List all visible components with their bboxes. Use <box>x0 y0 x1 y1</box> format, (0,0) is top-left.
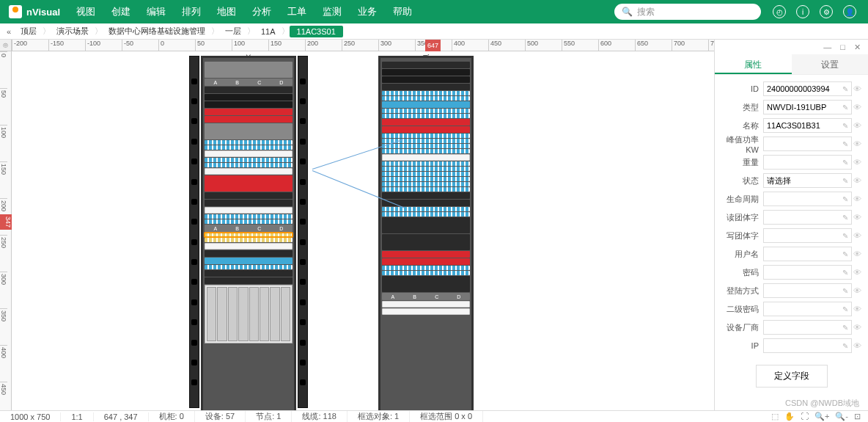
rack-unit[interactable] <box>382 69 470 76</box>
edit-icon[interactable]: ✎ <box>842 85 848 93</box>
visibility-icon[interactable]: 👁 <box>852 268 862 277</box>
edit-icon[interactable]: ✎ <box>842 140 848 148</box>
visibility-icon[interactable]: 👁 <box>852 121 862 130</box>
rack-unit[interactable] <box>205 219 293 224</box>
rack-unit[interactable] <box>205 258 293 264</box>
rack-unit[interactable] <box>205 265 293 269</box>
edit-icon[interactable]: ✎ <box>842 195 848 203</box>
prop-input[interactable]: ✎ <box>763 320 852 335</box>
edit-icon[interactable]: ✎ <box>842 103 848 112</box>
rack-unit[interactable] <box>382 187 470 192</box>
prop-input[interactable]: ✎ <box>763 302 852 316</box>
rack-front[interactable]: ABCD <box>201 56 296 410</box>
tab-settings[interactable]: 设置 <box>792 54 869 74</box>
rack-unit[interactable] <box>205 123 293 139</box>
edit-icon[interactable]: ✎ <box>842 250 848 258</box>
rack-unit[interactable] <box>205 145 293 150</box>
rack-unit[interactable] <box>205 214 293 219</box>
rack-unit[interactable] <box>382 91 470 95</box>
info-icon[interactable]: i <box>796 5 809 18</box>
tool-zoomin-icon[interactable]: 🔍+ <box>814 412 829 421</box>
rack-unit[interactable] <box>205 62 293 78</box>
rack-unit[interactable] <box>205 140 293 145</box>
edit-icon[interactable]: ✎ <box>842 305 848 313</box>
rack-unit[interactable] <box>382 172 470 176</box>
rack-unit[interactable] <box>382 167 470 171</box>
rack-unit[interactable] <box>382 84 470 90</box>
gear-icon[interactable]: ⚙ <box>820 5 833 18</box>
prop-input[interactable]: ✎ <box>763 265 852 280</box>
bc-row[interactable]: 11A <box>255 27 282 36</box>
menu-monitor[interactable]: 监测 <box>315 0 349 23</box>
rack-back[interactable]: ABCD 后 <box>378 56 474 410</box>
visibility-icon[interactable]: 👁 <box>852 194 862 203</box>
rack-unit[interactable] <box>382 144 470 148</box>
bc-active[interactable]: 11AC3S01 <box>290 26 343 37</box>
menu-create[interactable]: 创建 <box>104 0 138 23</box>
rack-unit[interactable] <box>205 101 293 108</box>
canvas[interactable]: 前 ABCD <box>12 51 714 410</box>
rack-unit[interactable] <box>205 250 293 257</box>
prop-input[interactable]: ✎ <box>763 137 852 151</box>
visibility-icon[interactable]: 👁 <box>852 84 862 93</box>
search-input[interactable]: 🔍 搜索 <box>614 4 761 20</box>
rack-unit[interactable] <box>382 207 470 211</box>
rack-unit[interactable] <box>382 96 470 101</box>
rack-unit[interactable] <box>205 87 293 93</box>
visibility-icon[interactable]: 👁 <box>852 231 862 240</box>
rack-unit[interactable] <box>382 101 470 108</box>
bc-dc[interactable]: 数据中心网络基础设施管理 <box>103 26 211 37</box>
menu-edit[interactable]: 编辑 <box>139 0 173 23</box>
pdu-front-left[interactable] <box>189 56 199 408</box>
rack-unit[interactable] <box>382 308 470 315</box>
prop-input[interactable]: ✎ <box>763 338 852 353</box>
rack-unit[interactable] <box>205 175 293 192</box>
visibility-icon[interactable]: 👁 <box>852 158 862 167</box>
rack-unit[interactable] <box>382 154 470 161</box>
rack-unit[interactable] <box>382 126 470 133</box>
edit-icon[interactable]: ✎ <box>842 324 848 332</box>
visibility-icon[interactable]: 👁 <box>852 213 862 222</box>
prop-input[interactable]: ✎ <box>763 247 852 261</box>
prop-input[interactable]: ✎ <box>763 192 852 206</box>
tool-hand-icon[interactable]: ✋ <box>784 412 795 421</box>
visibility-icon[interactable]: 👁 <box>852 176 862 185</box>
rack-unit[interactable] <box>382 200 470 206</box>
prop-input[interactable]: ✎ <box>763 283 852 298</box>
rack-unit[interactable] <box>205 270 293 277</box>
rack-unit[interactable] <box>382 149 470 153</box>
panel-close-icon[interactable]: ✕ <box>854 43 861 52</box>
rack-unit[interactable] <box>205 207 293 214</box>
rack-unit[interactable] <box>382 301 470 308</box>
rack-unit[interactable] <box>382 266 470 270</box>
panel-min-icon[interactable]: — <box>823 43 831 51</box>
rack-unit[interactable] <box>382 177 470 181</box>
rack-unit[interactable] <box>205 168 293 175</box>
custom-field-button[interactable]: 定义字段 <box>756 365 828 388</box>
menu-business[interactable]: 业务 <box>350 0 384 23</box>
rack-unit[interactable] <box>205 158 293 162</box>
rack-unit-label[interactable]: ABCD <box>205 79 293 86</box>
edit-icon[interactable]: ✎ <box>842 214 848 222</box>
bc-top[interactable]: 顶层 <box>15 26 43 37</box>
rack-unit[interactable] <box>382 76 470 83</box>
prop-input[interactable]: 24000000003994✎ <box>763 81 852 96</box>
rack-unit-selected[interactable] <box>205 233 293 237</box>
rack-unit[interactable] <box>382 251 470 258</box>
rack-unit[interactable] <box>382 271 470 275</box>
rack-unit[interactable] <box>205 150 293 157</box>
rack-unit[interactable] <box>205 200 293 206</box>
edit-icon[interactable]: ✎ <box>842 159 848 167</box>
prop-input[interactable]: ✎ <box>763 210 852 225</box>
rack-unit[interactable] <box>205 116 293 123</box>
menu-view[interactable]: 视图 <box>69 0 103 23</box>
rack-unit[interactable] <box>382 276 470 292</box>
prop-input[interactable]: NWVDI-191UBP✎ <box>763 100 852 114</box>
menu-help[interactable]: 帮助 <box>386 0 419 23</box>
edit-icon[interactable]: ✎ <box>842 342 848 350</box>
prop-input[interactable]: 请选择✎ <box>763 173 852 188</box>
tool-fit-icon[interactable]: ⊡ <box>854 412 861 421</box>
prop-input[interactable]: ✎ <box>763 228 852 243</box>
rack-unit[interactable] <box>382 62 470 68</box>
rack-unit[interactable] <box>382 182 470 186</box>
